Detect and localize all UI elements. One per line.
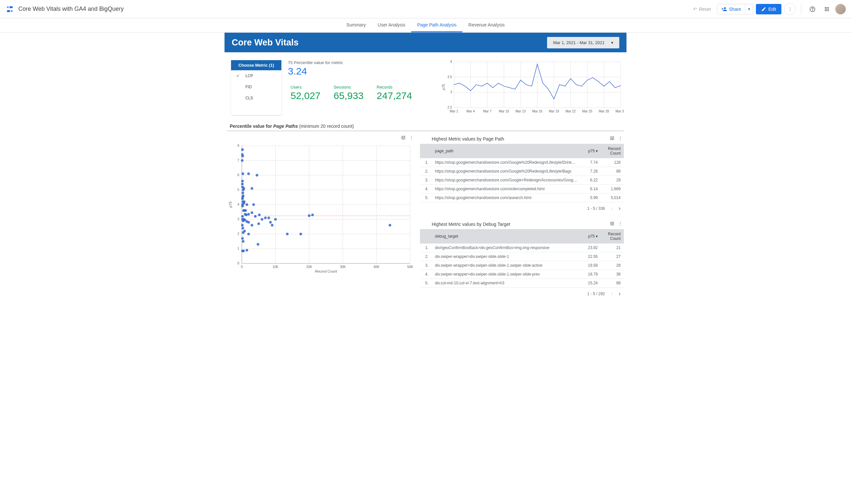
table-row[interactable]: 4.div.swiper-wrapper>div.swiper-slide.sl… bbox=[420, 270, 624, 279]
table-row[interactable]: 3.div.swiper-wrapper>div.swiper-slide.sl… bbox=[420, 261, 624, 270]
share-button[interactable]: Share bbox=[717, 4, 745, 14]
next-page-button[interactable]: › bbox=[619, 290, 621, 297]
table-row[interactable]: 5.https://shop.googlemerchandisestore.co… bbox=[420, 194, 624, 202]
help-icon bbox=[809, 6, 816, 13]
debug-target-table-card: Highest Metric values by Debug Target ⋮ … bbox=[420, 219, 624, 300]
svg-point-96 bbox=[274, 218, 277, 221]
reset-button[interactable]: ↶ Reset bbox=[690, 4, 714, 14]
svg-text:Mar 25: Mar 25 bbox=[582, 109, 593, 113]
prev-page-button[interactable]: ‹ bbox=[611, 205, 613, 212]
more-vert-icon: ⋮ bbox=[788, 6, 792, 12]
user-avatar[interactable] bbox=[835, 4, 846, 14]
p75-line-chart: 2.533.54Mar 1Mar 4Mar 7Mar 10Mar 13Mar 1… bbox=[441, 60, 624, 115]
next-page-button[interactable]: › bbox=[619, 205, 621, 212]
svg-point-120 bbox=[246, 249, 248, 252]
metric-label: FID bbox=[246, 85, 252, 89]
more-vert-icon[interactable]: ⋮ bbox=[409, 135, 413, 141]
svg-text:Mar 1: Mar 1 bbox=[450, 109, 458, 113]
svg-point-72 bbox=[248, 173, 250, 175]
debug-target-table: debug_target p75 ▾ Record Count 1.div#ge… bbox=[420, 229, 624, 288]
help-button[interactable] bbox=[807, 3, 818, 15]
metric-option-fid[interactable]: ✓ FID bbox=[231, 82, 282, 92]
apps-button[interactable] bbox=[821, 3, 833, 15]
svg-rect-1 bbox=[7, 10, 10, 12]
col-record-count[interactable]: Record Count bbox=[601, 144, 624, 158]
pagination-label: 1 - 5 / 336 bbox=[587, 206, 605, 211]
more-vert-icon[interactable]: ⋮ bbox=[618, 136, 622, 142]
col-debug-target[interactable]: debug_target bbox=[432, 229, 580, 244]
table-row[interactable]: 2.div.swiper-wrapper>div.swiper-slide.sl… bbox=[420, 252, 624, 261]
stat-label: Users bbox=[291, 85, 321, 90]
svg-text:Mar 16: Mar 16 bbox=[532, 109, 543, 113]
svg-rect-2 bbox=[10, 6, 13, 8]
tune-icon[interactable] bbox=[610, 136, 615, 142]
svg-point-114 bbox=[300, 233, 302, 235]
col-p75[interactable]: p75 ▾ bbox=[580, 229, 601, 244]
date-range-picker[interactable]: Mar 1, 2021 - Mar 31, 2021 ▾ bbox=[547, 37, 619, 48]
share-label: Share bbox=[729, 6, 741, 12]
table-row[interactable]: 4.https://shop.googlemerchandisestore.co… bbox=[420, 185, 624, 194]
svg-point-98 bbox=[311, 214, 314, 216]
svg-text:Mar 13: Mar 13 bbox=[515, 109, 526, 113]
col-record-count[interactable]: Record Count bbox=[601, 229, 624, 244]
stats-block: 75 Percentile value for metric 3.24 User… bbox=[288, 60, 434, 115]
stat-records: Records 247,274 bbox=[377, 85, 412, 101]
svg-text:Mar 28: Mar 28 bbox=[599, 109, 609, 113]
section-title-suffix: (minimum 20 record count) bbox=[298, 124, 354, 129]
svg-text:50K: 50K bbox=[407, 265, 413, 269]
table-row[interactable]: 3.https://shop.googlemerchandisestore.co… bbox=[420, 176, 624, 185]
stat-value: 247,274 bbox=[377, 90, 412, 101]
svg-text:20K: 20K bbox=[306, 265, 312, 269]
svg-text:p75: p75 bbox=[441, 84, 446, 90]
pagination-label: 1 - 5 / 292 bbox=[587, 291, 605, 296]
svg-point-107 bbox=[241, 224, 244, 227]
metric-option-cls[interactable]: ✓ CLS bbox=[231, 92, 282, 104]
table-row[interactable]: 1.https://shop.googlemerchandisestore.co… bbox=[420, 158, 624, 167]
metric-option-lcp[interactable]: ✓ LCP bbox=[231, 70, 282, 82]
svg-point-73 bbox=[256, 174, 258, 177]
stat-label: Records bbox=[377, 85, 412, 90]
apps-grid-icon bbox=[824, 6, 830, 12]
svg-text:3: 3 bbox=[450, 90, 452, 94]
tab-page-path-analysis[interactable]: Page Path Analysis bbox=[411, 18, 463, 32]
share-dropdown[interactable]: ▾ bbox=[745, 4, 753, 14]
svg-point-94 bbox=[264, 217, 267, 219]
tune-icon[interactable] bbox=[610, 221, 615, 227]
svg-text:4: 4 bbox=[450, 60, 452, 64]
svg-point-92 bbox=[258, 214, 261, 216]
svg-point-97 bbox=[308, 214, 310, 217]
table-row[interactable]: 5.div.col-md-10.col-xl-7.text-alignment>… bbox=[420, 279, 624, 288]
svg-text:1: 1 bbox=[237, 247, 239, 250]
svg-point-110 bbox=[243, 230, 246, 232]
divider bbox=[801, 4, 801, 14]
col-p75[interactable]: p75 ▾ bbox=[581, 144, 601, 158]
svg-point-131 bbox=[241, 155, 244, 158]
table-row[interactable]: 1.div#geoConfirmBoxBack>div.geoConfirmBo… bbox=[420, 244, 624, 252]
prev-page-button[interactable]: ‹ bbox=[611, 290, 613, 297]
more-options-button[interactable]: ⋮ bbox=[784, 3, 796, 15]
page-tabs: Summary User Analysis Page Path Analysis… bbox=[0, 18, 851, 33]
tab-summary[interactable]: Summary bbox=[341, 18, 372, 32]
table-title: Highest Metric values by Debug Target bbox=[432, 221, 510, 227]
tune-icon[interactable] bbox=[401, 135, 406, 141]
svg-point-0 bbox=[7, 6, 9, 8]
tab-revenue-analysis[interactable]: Revenue Analysis bbox=[463, 18, 510, 32]
svg-text:10K: 10K bbox=[273, 265, 278, 269]
page-title: Core Web Vitals bbox=[232, 38, 299, 48]
edit-button[interactable]: Edit bbox=[756, 4, 781, 14]
svg-point-78 bbox=[241, 183, 244, 185]
table-row[interactable]: 2.https://shop.googlemerchandisestore.co… bbox=[420, 167, 624, 176]
svg-point-93 bbox=[261, 218, 264, 221]
metric-selector-header: Choose Metric (1) bbox=[231, 60, 282, 70]
svg-point-91 bbox=[254, 215, 256, 218]
table-footer: 1 - 5 / 292 ‹ › bbox=[420, 288, 624, 300]
svg-text:5: 5 bbox=[237, 188, 239, 192]
svg-point-128 bbox=[241, 197, 244, 200]
svg-point-124 bbox=[244, 209, 247, 212]
more-vert-icon[interactable]: ⋮ bbox=[618, 221, 622, 227]
col-page-path[interactable]: page_path bbox=[432, 144, 581, 158]
percentile-value: 3.24 bbox=[288, 66, 434, 77]
tab-user-analysis[interactable]: User Analysis bbox=[372, 18, 412, 32]
svg-point-105 bbox=[271, 224, 274, 227]
undo-icon: ↶ bbox=[693, 6, 697, 12]
